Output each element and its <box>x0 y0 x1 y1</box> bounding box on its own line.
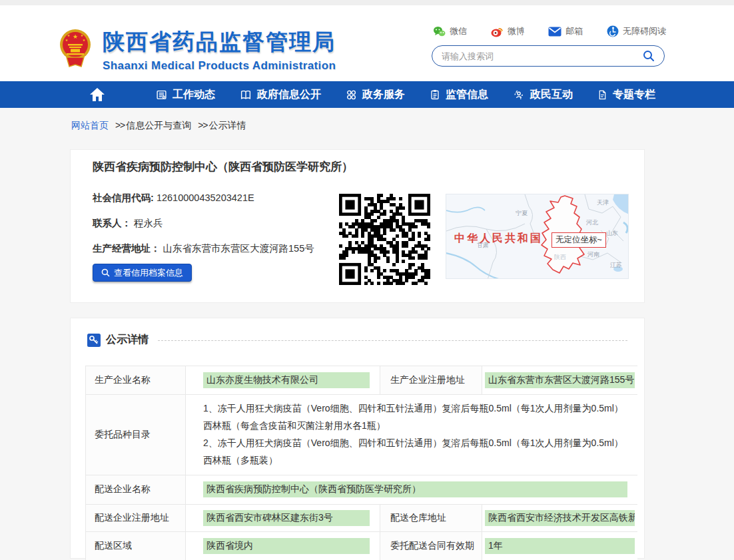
table-value-cell: 陕西省境内 <box>186 532 380 560</box>
interaction-icon <box>513 89 525 101</box>
search-bar <box>432 45 665 67</box>
table-value-cell: 陕西省西安市碑林区建东街3号 <box>186 505 380 532</box>
svg-text:★: ★ <box>73 33 78 40</box>
catalog-item: 1、冻干人用狂犬病疫苗（Vero细胞、四针和五针法通用）复溶后每瓶0.5ml（每… <box>203 400 628 435</box>
no-location-badge: 无定位坐标~ <box>551 232 606 248</box>
highlighted-value: 陕西省境内 <box>203 538 370 554</box>
view-credit-archive-button[interactable]: 查看信用档案信息 <box>93 264 192 282</box>
map-province-label: 河北 <box>586 218 598 227</box>
table-label-cell: 委托配送合同有效期 <box>380 532 482 560</box>
nav-item-label: 政府信息公开 <box>257 88 321 102</box>
entity-profile-card: 陕西省疾病预防控制中心（陕西省预防医学研究所） 社会信用代码: 12610000… <box>70 149 645 303</box>
table-label-cell: 委托品种目录 <box>86 395 186 475</box>
quick-links: 微信 微博 邮箱 无障 <box>433 25 666 37</box>
breadcrumb-separator: >> <box>198 120 207 131</box>
quick-link-label: 微博 <box>508 25 525 37</box>
breadcrumb-separator: >> <box>115 120 125 131</box>
qr-code <box>339 194 430 285</box>
weibo-icon <box>491 26 504 37</box>
highlighted-value: 陕西省西安市碑林区建东街3号 <box>203 510 370 526</box>
wechat-icon <box>433 26 446 37</box>
highlighted-value: 山东省东营市东营区大渡河路155号 <box>485 372 635 388</box>
quick-link-wechat[interactable]: 微信 <box>433 25 467 37</box>
news-icon <box>156 89 167 101</box>
clipboard-icon <box>430 89 440 101</box>
map-province-label: 天津 <box>597 198 609 207</box>
table-label-cell: 配送区域 <box>86 532 186 560</box>
nav-item-interaction[interactable]: 政民互动 <box>513 88 573 102</box>
site-title: 陕西省药品监督管理局 <box>103 27 336 57</box>
section-title: 公示详情 <box>106 333 149 347</box>
quick-link-accessibility[interactable]: 无障碍阅读 <box>607 25 666 37</box>
table-value-cell: 1年 <box>482 532 637 560</box>
top-strip <box>0 0 734 5</box>
search-icon[interactable] <box>643 50 655 62</box>
nav-item-work-news[interactable]: 工作动态 <box>156 88 215 102</box>
table-label-cell: 配送企业名称 <box>86 475 186 505</box>
site-header: ★ ★ ★ ★ ★ 陕西省药品监督管理局 Shaanxi Medical Pro… <box>0 5 734 81</box>
location-map[interactable]: 中华人民共和国 无定位坐标~ 宁夏 甘肃 陕西 河北 山东 河南 江苏 天津 <box>446 194 629 279</box>
table-value-cell: 陕西省西安市经济技术开发区高铁新城 <box>482 505 637 532</box>
map-province-label: 宁夏 <box>516 209 528 218</box>
table-value-cell: 陕西省疾病预防控制中心（陕西省预防医学研究所） <box>186 475 637 505</box>
map-province-label: 江苏 <box>610 261 622 270</box>
map-province-label: 山东 <box>606 229 618 238</box>
nav-item-topics[interactable]: 专题专栏 <box>597 88 655 102</box>
breadcrumb-home-link[interactable]: 网站首页 <box>71 120 109 131</box>
catalog-item: 2、冻干人用狂犬病疫苗（Vero细胞、四针和五针法通用）复溶后每瓶0.5ml（每… <box>203 435 628 469</box>
search-input[interactable] <box>442 51 643 61</box>
address-value: 山东省东营市东营区大渡河路155号 <box>163 243 314 254</box>
table-label-cell: 配送企业注册地址 <box>86 505 186 532</box>
highlighted-value: 陕西省西安市经济技术开发区高铁新城 <box>485 510 635 526</box>
nav-item-regulatory[interactable]: 监管信息 <box>430 88 488 102</box>
open-book-icon <box>240 89 252 101</box>
table-value-cell: 1、冻干人用狂犬病疫苗（Vero细胞、四针和五针法通用）复溶后每瓶0.5ml（每… <box>186 395 637 475</box>
view-credit-archive-label: 查看信用档案信息 <box>114 267 183 279</box>
nav-item-label: 工作动态 <box>173 88 215 102</box>
notice-detail-table: 生产企业名称 山东亦度生物技术有限公司 生产企业注册地址 山东省东营市东营区大渡… <box>85 366 637 560</box>
address-line: 生产经营地址： 山东省东营市东营区大渡河路155号 <box>93 242 314 255</box>
breadcrumb-level2: 信息公开与查询 <box>126 120 191 131</box>
quick-link-label: 邮箱 <box>565 25 583 37</box>
credit-code-label: 社会信用代码: <box>93 192 154 203</box>
mail-icon <box>548 27 561 37</box>
map-province-label: 河南 <box>587 250 599 259</box>
map-country-label: 中华人民共和国 <box>454 232 543 246</box>
nav-item-services[interactable]: 政务服务 <box>346 88 405 102</box>
svg-text:★: ★ <box>83 38 86 42</box>
contact-label: 联系人： <box>93 218 131 228</box>
highlighted-value: 山东亦度生物技术有限公司 <box>203 372 370 388</box>
credit-code-line: 社会信用代码: 12610000435203421E <box>93 192 254 204</box>
search-icon <box>101 268 110 277</box>
national-emblem-logo: ★ ★ ★ ★ ★ <box>59 27 92 69</box>
svg-text:★: ★ <box>81 33 84 37</box>
quick-link-label: 无障碍阅读 <box>623 25 666 37</box>
services-grid-icon <box>346 89 357 101</box>
nav-item-label: 政务服务 <box>362 88 405 102</box>
table-label-cell: 生产企业注册地址 <box>380 366 482 395</box>
home-icon <box>89 87 105 102</box>
nav-item-label: 政民互动 <box>530 88 573 102</box>
highlighted-value: 陕西省疾病预防控制中心（陕西省预防医学研究所） <box>203 481 627 497</box>
topics-file-icon <box>597 89 607 101</box>
table-label-cell: 配送仓库地址 <box>380 505 482 532</box>
map-province-label: 陕西 <box>554 253 566 262</box>
quick-link-weibo[interactable]: 微博 <box>491 25 525 37</box>
breadcrumb-level3: 公示详情 <box>209 120 246 131</box>
quick-link-mail[interactable]: 邮箱 <box>548 25 583 37</box>
svg-text:★: ★ <box>65 38 69 42</box>
site-subtitle: Shaanxi Medical Products Administration <box>103 59 336 73</box>
address-label: 生产经营地址： <box>93 243 161 254</box>
contact-value: 程永兵 <box>134 218 163 228</box>
main-nav: 工作动态 政府信息公开 政务服务 监管信息 <box>0 81 734 108</box>
nav-home[interactable] <box>89 87 107 102</box>
table-value-cell: 山东亦度生物技术有限公司 <box>186 366 380 395</box>
nav-item-gov-info[interactable]: 政府信息公开 <box>240 88 321 102</box>
nav-item-label: 监管信息 <box>446 88 488 102</box>
entity-title: 陕西省疾病预防控制中心（陕西省预防医学研究所） <box>93 159 353 174</box>
notice-detail-card: 公示详情 生产企业名称 山东亦度生物技术有限公司 生产企业注册地址 山东省东营市… <box>70 318 645 559</box>
dashed-divider <box>158 340 627 341</box>
nav-item-label: 专题专栏 <box>613 88 655 102</box>
svg-text:★: ★ <box>67 33 71 37</box>
key-icon <box>87 334 101 347</box>
